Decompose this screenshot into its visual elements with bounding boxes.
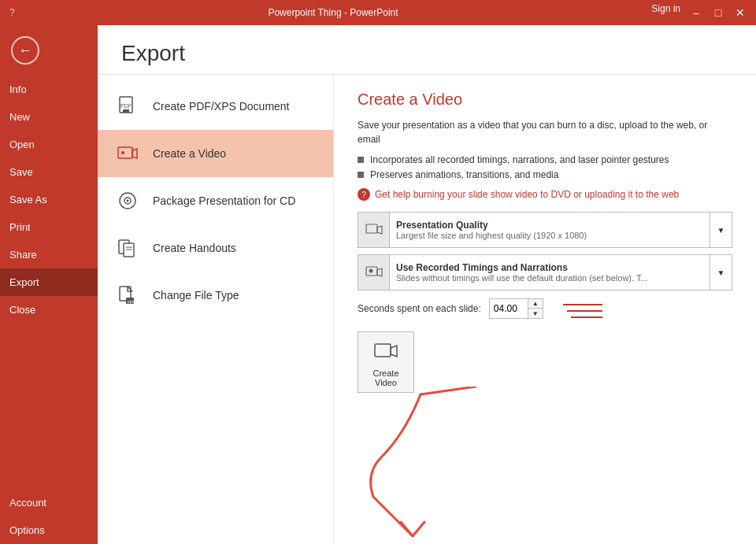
timings-label: Use Recorded Timings and Narrations bbox=[396, 262, 703, 273]
export-title: Export bbox=[121, 41, 732, 66]
quality-dropdown-arrow[interactable]: ▼ bbox=[710, 213, 732, 247]
export-option-package-label: Package Presentation for CD bbox=[153, 194, 295, 207]
sidebar: ← Info New Open Save Save As Print Share… bbox=[0, 25, 98, 544]
handouts-icon bbox=[113, 234, 142, 262]
export-option-filetype[interactable]: pptx Change File Type bbox=[98, 272, 333, 319]
timings-dropdown[interactable]: Use Recorded Timings and Narrations Slid… bbox=[358, 254, 732, 291]
timings-dropdown-arrow[interactable]: ▼ bbox=[710, 255, 732, 290]
seconds-input-wrap[interactable]: ▲ ▼ bbox=[489, 298, 543, 319]
sidebar-item-open[interactable]: Open bbox=[0, 131, 98, 158]
timings-dropdown-icon bbox=[358, 255, 390, 290]
sidebar-item-print[interactable]: Print bbox=[0, 213, 98, 241]
app-body: ← Info New Open Save Save As Print Share… bbox=[0, 25, 756, 544]
export-option-handouts-label: Create Handouts bbox=[153, 242, 236, 254]
close-button[interactable]: ✕ bbox=[731, 3, 750, 22]
sidebar-item-export[interactable]: Export bbox=[0, 268, 98, 296]
spinner-down[interactable]: ▼ bbox=[528, 309, 543, 318]
package-icon bbox=[113, 187, 142, 215]
sidebar-item-info[interactable]: Info bbox=[0, 76, 98, 103]
svg-marker-25 bbox=[391, 346, 397, 357]
bullet-2: Preserves animations, transitions, and m… bbox=[358, 169, 732, 180]
svg-point-8 bbox=[127, 200, 129, 202]
seconds-input[interactable] bbox=[490, 301, 528, 316]
pdf-icon: PDF bbox=[113, 92, 142, 120]
svg-rect-1 bbox=[123, 109, 129, 113]
export-body: PDF Create PDF/XPS Document Create a Vid… bbox=[98, 75, 756, 544]
svg-marker-19 bbox=[377, 268, 382, 276]
quality-dropdown-icon bbox=[358, 213, 390, 247]
export-options-panel: PDF Create PDF/XPS Document Create a Vid… bbox=[98, 75, 334, 544]
quality-label: Presentation Quality bbox=[396, 220, 703, 231]
sidebar-item-saveas[interactable]: Save As bbox=[0, 186, 98, 213]
svg-marker-4 bbox=[132, 149, 137, 158]
help-link[interactable]: ? Get help burning your slide show video… bbox=[358, 188, 732, 201]
quality-dropdown[interactable]: Presentation Quality Largest file size a… bbox=[358, 212, 732, 248]
bullet-sq-1 bbox=[358, 157, 364, 163]
create-video-btn-label: CreateVideo bbox=[372, 368, 398, 387]
spinner-up[interactable]: ▲ bbox=[528, 299, 543, 309]
export-option-video[interactable]: Create a Video bbox=[98, 130, 333, 177]
sidebar-item-share[interactable]: Share bbox=[0, 241, 98, 268]
filetype-icon: pptx bbox=[113, 281, 142, 309]
help-icon[interactable]: ? bbox=[9, 7, 15, 18]
sidebar-item-new[interactable]: New bbox=[0, 103, 98, 131]
svg-rect-24 bbox=[375, 344, 391, 357]
maximize-button[interactable]: □ bbox=[709, 3, 728, 22]
export-detail-panel: Create a Video Save your presentation as… bbox=[334, 75, 756, 544]
timings-sublabel: Slides without timings will use the defa… bbox=[396, 273, 703, 283]
back-button[interactable]: ← bbox=[6, 31, 44, 69]
sign-in-link[interactable]: Sign in bbox=[651, 3, 680, 22]
svg-point-5 bbox=[121, 151, 124, 154]
svg-point-20 bbox=[369, 269, 372, 273]
create-video-btn-icon bbox=[372, 337, 400, 365]
timings-dropdown-content: Use Recorded Timings and Narrations Slid… bbox=[390, 259, 710, 286]
detail-title: Create a Video bbox=[358, 91, 732, 109]
svg-text:PDF: PDF bbox=[120, 103, 132, 109]
help-circle-icon: ? bbox=[358, 188, 370, 201]
seconds-spinner: ▲ ▼ bbox=[528, 299, 543, 318]
export-option-filetype-label: Change File Type bbox=[153, 289, 239, 302]
create-video-button[interactable]: CreateVideo bbox=[358, 331, 414, 393]
annotation-lines bbox=[559, 297, 606, 320]
video-icon bbox=[113, 139, 142, 168]
export-option-package[interactable]: Package Presentation for CD bbox=[98, 177, 333, 224]
title-bar-left: ? bbox=[6, 7, 15, 18]
sidebar-item-account[interactable]: Account bbox=[0, 489, 98, 516]
quality-sublabel: Largest file size and highest quality (1… bbox=[396, 231, 703, 240]
seconds-label: Seconds spent on each slide: bbox=[358, 303, 481, 314]
export-option-pdf-label: Create PDF/XPS Document bbox=[153, 100, 290, 113]
svg-rect-3 bbox=[118, 147, 132, 158]
title-bar-title: Powerpoint Thing - PowerPoint bbox=[15, 7, 652, 18]
svg-text:pptx: pptx bbox=[128, 299, 135, 304]
seconds-row: Seconds spent on each slide: ▲ ▼ bbox=[358, 297, 732, 320]
create-video-area: CreateVideo bbox=[358, 331, 414, 393]
bullet-1: Incorporates all recorded timings, narra… bbox=[358, 154, 732, 165]
content-area: Export PDF Create PDF/XPS Document bbox=[98, 25, 756, 544]
export-option-pdf[interactable]: PDF Create PDF/XPS Document bbox=[98, 83, 333, 130]
export-option-video-label: Create a Video bbox=[153, 147, 226, 160]
svg-marker-17 bbox=[377, 226, 382, 234]
quality-dropdown-content: Presentation Quality Largest file size a… bbox=[390, 216, 710, 243]
svg-rect-16 bbox=[366, 224, 377, 233]
sidebar-item-options[interactable]: Options bbox=[0, 516, 98, 544]
export-header: Export bbox=[98, 25, 756, 75]
detail-description: Save your presentation as a video that y… bbox=[358, 118, 732, 146]
window-controls: Sign in – □ ✕ bbox=[651, 3, 750, 22]
back-circle[interactable]: ← bbox=[11, 36, 39, 65]
title-bar: ? Powerpoint Thing - PowerPoint Sign in … bbox=[0, 0, 756, 25]
red-arrow-annotation bbox=[350, 387, 507, 544]
sidebar-item-save[interactable]: Save bbox=[0, 158, 98, 186]
sidebar-item-close[interactable]: Close bbox=[0, 296, 98, 324]
minimize-button[interactable]: – bbox=[687, 3, 706, 22]
export-option-handouts[interactable]: Create Handouts bbox=[98, 224, 333, 272]
bullet-sq-2 bbox=[358, 172, 364, 178]
